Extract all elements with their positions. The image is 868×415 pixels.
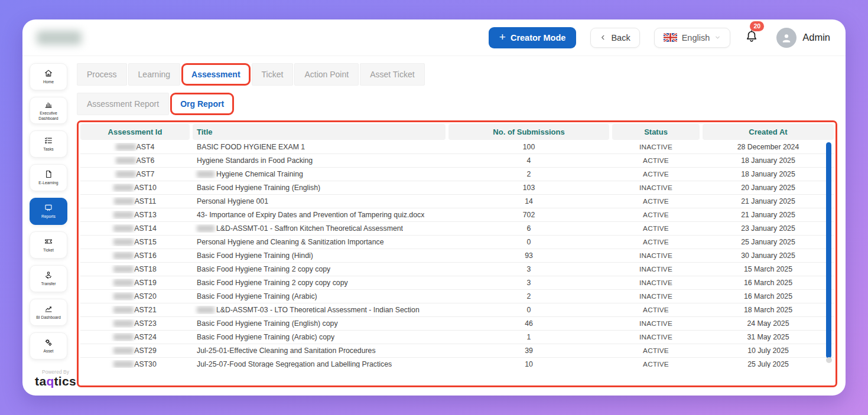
created-at-cell: 10 July 2025 <box>703 347 834 355</box>
submissions-cell: 46 <box>448 319 609 328</box>
column-header-status: Status <box>612 124 700 140</box>
created-at-cell: 16 March 2025 <box>703 292 834 300</box>
title-cell: Basic Food Hygiene Training 2 copy copy <box>193 265 446 273</box>
report-tab[interactable]: Learning <box>128 63 181 86</box>
created-at-cell: 21 January 2025 <box>703 211 834 219</box>
title-cell: Basic Food Hygiene Training (Arabic) cop… <box>193 333 446 341</box>
sidebar-item[interactable]: Tasks <box>30 130 67 158</box>
submissions-cell: 1 <box>448 333 609 341</box>
creator-mode-label: Creator Mode <box>511 33 565 43</box>
assessment-id-cell: AST14 <box>80 224 190 233</box>
taqtics-q-glyph: q <box>46 374 54 388</box>
subtab-label: Assessment Report <box>87 99 159 109</box>
created-at-cell: 25 January 2025 <box>703 238 834 246</box>
created-at-cell: 25 July 2025 <box>703 360 834 368</box>
redacted-id-prefix <box>113 293 134 300</box>
back-label: Back <box>611 33 630 43</box>
created-at-cell: 20 January 2025 <box>703 184 834 192</box>
table-row: AST13 43- Importance of Expiry Dates and… <box>80 208 834 222</box>
user-name: Admin <box>802 32 830 43</box>
title-cell: Hygiene Chemical Training <box>193 170 446 178</box>
status-cell: INACTIVE <box>612 251 700 260</box>
chevron-down-icon <box>714 34 721 41</box>
sidebar-item-label: BI Dashboard <box>35 315 62 320</box>
table-row: AST4 BASIC FOOD HYGIENE EXAM 1 100 INACT… <box>80 140 834 154</box>
main-area: Home Executive Dashboard <box>22 56 846 396</box>
sidebar-item-label: E-Learning <box>37 181 59 185</box>
submissions-cell: 3 <box>448 279 609 287</box>
assessment-id-cell: AST16 <box>80 251 190 260</box>
table-body: AST4 BASIC FOOD HYGIENE EXAM 1 100 INACT… <box>80 140 834 368</box>
submissions-cell: 2 <box>448 170 609 178</box>
sidebar-item[interactable]: Asset <box>30 332 67 360</box>
table-row: AST11 Personal Hygiene 001 14 ACTIVE 21 … <box>80 195 834 208</box>
report-tab[interactable]: Asset Ticket <box>360 63 424 86</box>
table-scrollbar[interactable] <box>826 142 831 363</box>
status-cell: ACTIVE <box>612 360 700 368</box>
table-row: AST15 Personal Hygiene and Cleaning & Sa… <box>80 236 834 249</box>
submissions-cell: 10 <box>448 360 609 368</box>
table-row: AST21 L&D-ASSMT-03 - LTO Theoretical Ass… <box>80 303 834 317</box>
submissions-cell: 100 <box>448 143 609 151</box>
sidebar-item[interactable]: Transfer <box>30 265 67 292</box>
status-cell: ACTIVE <box>612 156 700 165</box>
report-subtab[interactable]: Assessment Report <box>77 93 169 115</box>
submissions-cell: 2 <box>448 292 609 300</box>
sidebar-item-label: Reports <box>40 214 57 219</box>
assessment-id-cell: AST23 <box>80 319 190 328</box>
sidebar-item[interactable]: Ticket <box>30 231 67 259</box>
redacted-id-prefix <box>116 171 136 178</box>
language-selector[interactable]: English <box>654 28 731 48</box>
title-cell: Personal Hygiene and Cleaning & Sanitiza… <box>193 238 446 246</box>
title-cell: BASIC FOOD HYGIENE EXAM 1 <box>193 143 446 151</box>
assessment-id-cell: AST6 <box>80 156 190 165</box>
app-window: + Creator Mode Back <box>22 19 846 396</box>
report-tabs: Process Learning Assessment Ticket <box>77 63 837 86</box>
report-tab[interactable]: Ticket <box>252 63 294 86</box>
assessment-id-cell: AST19 <box>80 279 190 287</box>
back-button[interactable]: Back <box>590 28 639 48</box>
redacted-id-prefix <box>113 361 134 368</box>
org-report-table: Assessment Id Title No. of Submissions S… <box>77 120 837 387</box>
created-at-cell: 18 January 2025 <box>703 156 834 165</box>
sidebar-item[interactable]: Reports <box>30 198 67 225</box>
status-cell: ACTIVE <box>612 238 700 246</box>
language-label: English <box>682 33 710 43</box>
taqtics-logo: taqtics <box>30 375 82 387</box>
submissions-cell: 4 <box>448 156 609 165</box>
tab-label: Learning <box>138 70 171 79</box>
table-row: AST29 Jul-25-01-Effective Cleaning and S… <box>80 344 834 358</box>
report-subtab[interactable]: Org Report <box>170 93 234 115</box>
tab-label: Asset Ticket <box>370 70 414 79</box>
redacted-id-prefix <box>116 157 136 164</box>
sidebar-item-label: Tasks <box>42 147 54 152</box>
title-cell: Basic Food Hygiene Training (Hindi) <box>193 251 446 260</box>
created-at-cell: 23 January 2025 <box>703 224 834 233</box>
table-row: AST14 L&D-ASSMT-01 - Saffron Kitchen The… <box>80 222 834 236</box>
title-cell: Jul-25-01-Effective Cleaning and Sanitat… <box>193 347 446 355</box>
column-header-title: Title <box>193 124 446 140</box>
submissions-cell: 93 <box>448 251 609 260</box>
notifications-button[interactable]: 20 <box>745 29 759 47</box>
e-learning-icon <box>44 169 53 179</box>
created-at-cell: 18 March 2025 <box>703 306 834 314</box>
assessment-id-cell: AST10 <box>80 184 190 192</box>
report-tab[interactable]: Assessment <box>181 63 251 86</box>
redacted-id-prefix <box>113 266 134 273</box>
sidebar-item[interactable]: Home <box>30 63 67 90</box>
report-tab[interactable]: Action Point <box>294 63 359 86</box>
submissions-cell: 3 <box>448 265 609 273</box>
tab-label: Process <box>87 70 117 79</box>
submissions-cell: 0 <box>448 238 609 246</box>
scrollbar-thumb[interactable] <box>826 142 831 358</box>
report-tab[interactable]: Process <box>77 63 127 86</box>
table-row: AST7 Hygiene Chemical Training 2 ACTIVE … <box>80 168 834 181</box>
person-icon <box>780 31 793 44</box>
sidebar-item[interactable]: Executive Dashboard <box>30 97 67 124</box>
redacted-id-prefix <box>113 225 134 232</box>
user-menu[interactable]: Admin <box>776 28 830 48</box>
sidebar-item-label: Home <box>42 80 55 84</box>
sidebar-item[interactable]: BI Dashboard <box>30 299 67 326</box>
sidebar-item[interactable]: E-Learning <box>30 164 67 191</box>
creator-mode-button[interactable]: + Creator Mode <box>489 27 577 48</box>
